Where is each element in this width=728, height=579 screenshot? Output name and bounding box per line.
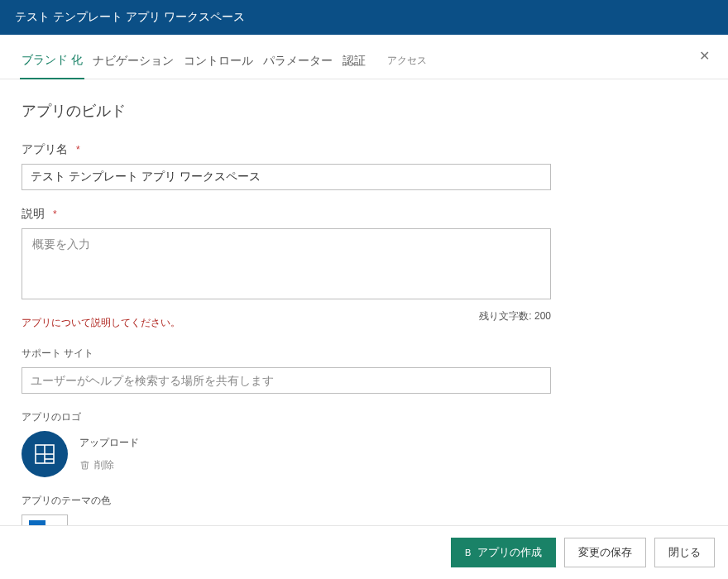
save-changes-button[interactable]: 変更の保存 bbox=[564, 538, 646, 567]
delete-button[interactable]: 削除 bbox=[79, 458, 139, 472]
footer-bar: B アプリの作成 変更の保存 閉じる bbox=[0, 525, 728, 579]
tab-parameters[interactable]: パラメーター bbox=[261, 47, 334, 79]
required-star: * bbox=[76, 144, 80, 156]
close-button[interactable]: 閉じる bbox=[654, 538, 715, 567]
tab-access[interactable]: アクセス bbox=[386, 47, 429, 78]
tab-branding[interactable]: ブランド 化 bbox=[20, 46, 84, 79]
description-input[interactable] bbox=[22, 228, 551, 299]
page-title: アプリのビルド bbox=[22, 101, 706, 121]
app-name-field: アプリ名 * bbox=[22, 142, 706, 190]
window-title: テスト テンプレート アプリ ワークスペース bbox=[15, 10, 245, 23]
char-count: 残り文字数: 200 bbox=[479, 309, 551, 330]
tab-auth[interactable]: 認証 bbox=[341, 47, 367, 79]
upload-button[interactable]: アップロード bbox=[79, 436, 139, 450]
window-title-bar: テスト テンプレート アプリ ワークスペース bbox=[0, 0, 728, 35]
create-app-button[interactable]: B アプリの作成 bbox=[451, 538, 556, 567]
app-logo-label: アプリのロゴ bbox=[22, 410, 706, 424]
tab-controls[interactable]: コントロール bbox=[182, 47, 255, 79]
trash-icon bbox=[79, 460, 90, 471]
required-star: * bbox=[53, 208, 57, 220]
support-site-input[interactable] bbox=[22, 367, 551, 394]
app-name-label: アプリ名 * bbox=[22, 142, 706, 157]
theme-color-label: アプリのテーマの色 bbox=[22, 494, 706, 508]
support-site-field: サポート サイト bbox=[22, 347, 706, 394]
tab-navigation[interactable]: ナビゲーション bbox=[91, 47, 175, 79]
app-name-input[interactable] bbox=[22, 164, 551, 190]
support-site-label: サポート サイト bbox=[22, 347, 706, 361]
content-area: アプリのビルド アプリ名 * 説明 * アプリについて説明してください。 残り文… bbox=[0, 79, 728, 543]
app-logo-field: アプリのロゴ アップロード 削除 bbox=[22, 410, 706, 477]
description-error: アプリについて説明してください。 bbox=[22, 316, 180, 330]
tabs-row: ブランド 化 ナビゲーション コントロール パラメーター 認証 アクセス ✕ bbox=[0, 35, 728, 79]
app-logo-icon bbox=[22, 431, 68, 477]
close-icon[interactable]: ✕ bbox=[699, 48, 710, 64]
description-label: 説明 * bbox=[22, 207, 706, 222]
description-field: 説明 * アプリについて説明してください。 残り文字数: 200 bbox=[22, 207, 706, 330]
plus-slash-icon: B bbox=[465, 548, 471, 557]
